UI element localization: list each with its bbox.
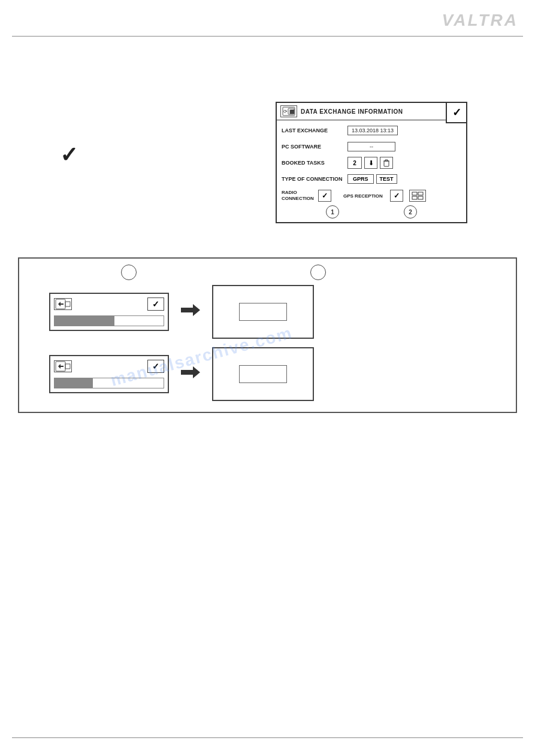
radio-connection-label: RADIOCONNECTION [282,190,315,201]
gps-reception-label: GPS RECEPTION [343,193,383,199]
svg-rect-10 [418,192,423,195]
valtra-logo: VALTRA [442,11,518,30]
booked-tasks-row: BOOKED TASKS 2 ⬇ [282,156,461,169]
svg-rect-9 [412,192,417,195]
svg-text:⟳: ⟳ [283,109,288,114]
gps-multi-icon[interactable] [409,190,426,202]
tp2-header: ✓ [54,360,164,373]
test-button[interactable]: TEST [376,174,397,184]
arrow-1 [180,301,201,323]
dei-title: DATA EXCHANGE INFORMATION [301,108,403,115]
radio-gps-row: RADIOCONNECTION ✓ GPS RECEPTION ✓ [282,189,461,202]
download-button[interactable]: ⬇ [364,157,377,169]
circle-1: 1 [326,205,339,218]
left-checkmark-icon: ✓ [60,142,78,168]
last-exchange-label: LAST EXCHANGE [282,127,347,133]
tp2-check-button[interactable]: ✓ [147,360,164,373]
transfer-panel-1: ✓ [49,293,169,331]
tp1-check-button[interactable]: ✓ [147,297,164,311]
dei-ok-button[interactable]: ✓ [446,102,467,123]
svg-rect-4 [384,161,389,166]
diagram-row-2: ✓ [49,347,516,401]
connection-controls: GPRS TEST [347,174,397,184]
dei-panel: ⟳ ⬛ DATA EXCHANGE INFORMATION ✓ LAST EXC… [276,102,467,223]
tp2-icon [54,360,72,372]
result-panel-1 [212,285,314,339]
gps-check-button[interactable]: ✓ [390,190,403,202]
pc-software-row: PC SOFTWARE -- [282,140,461,153]
tp1-progress-fill [55,316,114,326]
gps-reception-group: GPS RECEPTION ✓ [336,190,426,202]
last-exchange-value: 13.03.2018 13:13 [347,126,398,135]
gprs-value: GPRS [347,174,374,184]
svg-rect-11 [412,196,417,199]
dei-body: LAST EXCHANGE 13.03.2018 13:13 PC SOFTWA… [277,120,466,222]
last-exchange-row: LAST EXCHANGE 13.03.2018 13:13 [282,124,461,137]
radio-connection-group: RADIOCONNECTION ✓ [282,190,331,202]
diagram-circle-right [310,265,326,280]
bottom-divider [12,737,523,738]
circle-labels: 1 2 [282,205,461,218]
type-connection-label: TYPE OF CONNECTION [282,176,347,182]
tp1-progress-container [54,315,164,326]
pc-software-label: PC SOFTWARE [282,144,347,150]
tp1-icon [54,298,72,310]
svg-text:⬛: ⬛ [289,109,295,114]
transfer-panel-2: ✓ [49,355,169,393]
diagram-circle-left [121,265,137,280]
result-inner-1 [239,303,287,321]
tp1-header: ✓ [54,297,164,311]
trash-button[interactable] [380,157,393,169]
dei-header-icon: ⟳ ⬛ [280,105,297,117]
radio-check-button[interactable]: ✓ [318,190,331,202]
pc-software-value: -- [347,142,395,151]
booked-tasks-label: BOOKED TASKS [282,160,347,166]
tp2-progress-fill [55,378,93,388]
result-panel-2 [212,347,314,401]
result-inner-2 [239,365,287,383]
circle-2: 2 [404,205,417,218]
arrow-2 [180,363,201,385]
tp2-progress-container [54,378,164,388]
diagram-top-circles [121,265,516,280]
booked-tasks-controls: 2 ⬇ [347,157,393,169]
diagram-box: ✓ ✓ [18,257,517,413]
diagram-row-1: ✓ [49,285,516,339]
dei-header: ⟳ ⬛ DATA EXCHANGE INFORMATION ✓ [277,103,466,120]
svg-rect-12 [418,196,423,199]
svg-rect-16 [65,364,70,369]
top-divider [12,36,523,37]
booked-tasks-count: 2 [347,157,362,169]
type-connection-row: TYPE OF CONNECTION GPRS TEST [282,172,461,186]
svg-rect-14 [65,302,70,306]
